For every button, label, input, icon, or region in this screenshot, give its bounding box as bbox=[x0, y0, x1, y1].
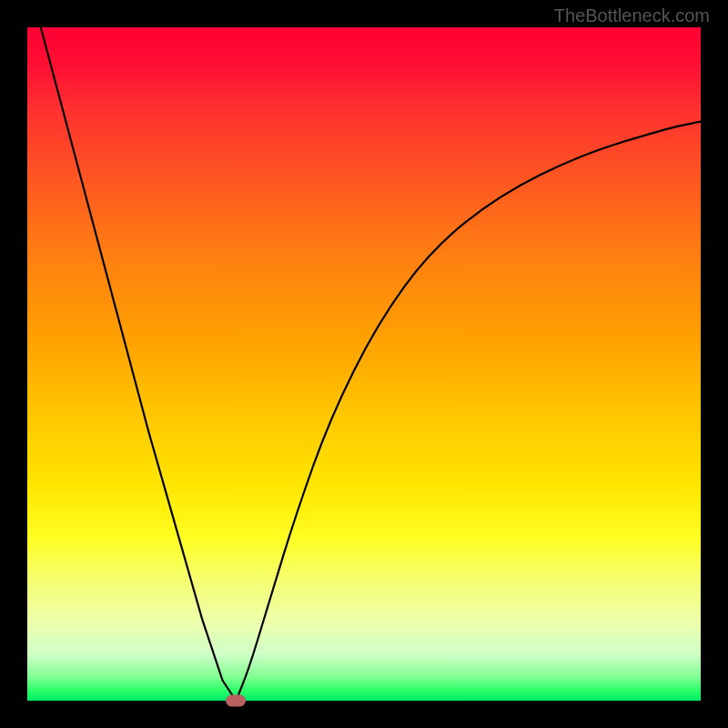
plot-area bbox=[27, 27, 701, 701]
watermark-text: TheBottleneck.com bbox=[554, 5, 710, 26]
curve-svg bbox=[27, 27, 701, 701]
minimum-marker bbox=[226, 695, 246, 707]
bottleneck-curve bbox=[41, 27, 701, 701]
